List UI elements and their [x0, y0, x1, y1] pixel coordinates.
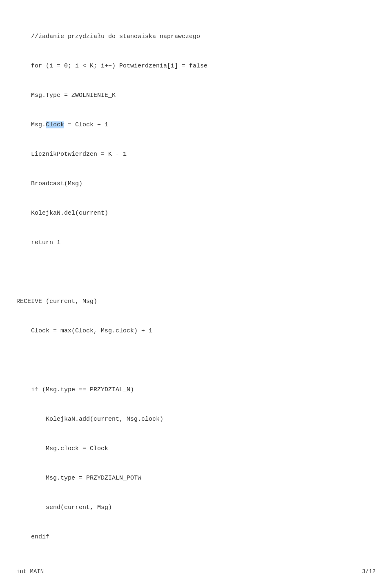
code-line-4: Msg.Clock = Clock + 1 [16, 120, 376, 130]
code-line-5: LicznikPotwierdzen = K - 1 [16, 150, 376, 159]
code-line-13: if (Msg.type == PRZYDZIAL_N) [16, 385, 376, 395]
code-line-8: return 1 [16, 238, 376, 248]
code-line-14: KolejkaN.add(current, Msg.clock) [16, 415, 376, 424]
code-line-6: Broadcast(Msg) [16, 179, 376, 189]
code-line-15: Msg.clock = Clock [16, 444, 376, 454]
code-line-18: endif [16, 532, 376, 542]
code-line-2: for (i = 0; i < K; i++) Potwierdzenia[i]… [16, 61, 376, 71]
code-line-16: Msg.type = PRZYDZIALN_POTW [16, 473, 376, 483]
footer-left: int MAIN [16, 568, 44, 575]
code-block: //żadanie przydziału do stanowiska napra… [0, 0, 392, 583]
code-line-12 [16, 356, 376, 365]
code-line-17: send(current, Msg) [16, 503, 376, 513]
code-line-1: //żadanie przydziału do stanowiska napra… [16, 32, 376, 42]
code-line-9 [16, 267, 376, 277]
clock-highlight: Clock [46, 121, 64, 128]
code-line-3: Msg.Type = ZWOLNIENIE_K [16, 91, 376, 101]
code-line-7: KolejkaN.del(current) [16, 209, 376, 218]
footer: int MAIN 3/12 [0, 568, 392, 575]
code-line-10: RECEIVE (current, Msg) [16, 297, 376, 307]
code-line-11: Clock = max(Clock, Msg.clock) + 1 [16, 326, 376, 336]
page-number: 3/12 [362, 568, 376, 575]
